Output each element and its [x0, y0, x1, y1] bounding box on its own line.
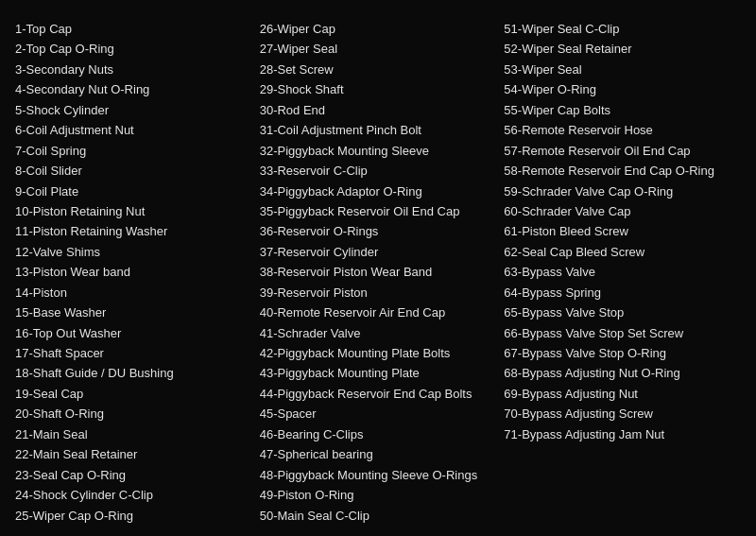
list-item: 58-Remote Reservoir End Cap O-Ring	[504, 161, 741, 181]
list-item: 29-Shock Shaft	[260, 79, 497, 99]
list-item: 62-Seal Cap Bleed Screw	[504, 242, 741, 262]
list-item: 7-Coil Spring	[15, 141, 252, 161]
list-item: 31-Coil Adjustment Pinch Bolt	[260, 120, 497, 140]
list-item: 16-Top Out Washer	[15, 323, 252, 343]
list-item: 54-Wiper O-Ring	[504, 79, 741, 99]
list-item: 1-Top Cap	[15, 19, 252, 39]
list-item: 17-Shaft Spacer	[15, 343, 252, 363]
list-item: 27-Wiper Seal	[260, 39, 497, 59]
list-item: 63-Bypass Valve	[504, 262, 741, 282]
list-item: 49-Piston O-Ring	[260, 485, 497, 505]
list-item: 14-Piston	[15, 283, 252, 303]
list-item: 65-Bypass Valve Stop	[504, 303, 741, 322]
list-item: 9-Coil Plate	[15, 182, 252, 201]
parts-list: 1-Top Cap2-Top Cap O-Ring3-Secondary Nut…	[15, 19, 741, 526]
list-item: 68-Bypass Adjusting Nut O-Ring	[504, 363, 741, 383]
list-item: 13-Piston Wear band	[15, 262, 252, 282]
list-item: 28-Set Screw	[260, 60, 497, 79]
list-item: 34-Piggyback Adaptor O-Ring	[260, 182, 497, 201]
list-item: 43-Piggyback Mounting Plate	[260, 363, 497, 383]
list-item: 71-Bypass Adjusting Jam Nut	[504, 424, 741, 444]
list-item: 57-Remote Reservoir Oil End Cap	[504, 141, 741, 161]
list-item: 23-Seal Cap O-Ring	[15, 465, 252, 485]
list-item: 15-Base Washer	[15, 303, 252, 322]
list-item: 18-Shaft Guide / DU Bushing	[15, 363, 252, 383]
list-item: 12-Valve Shims	[15, 242, 252, 262]
list-item: 46-Bearing C-Clips	[260, 424, 497, 444]
list-item: 47-Spherical bearing	[260, 444, 497, 464]
list-item: 37-Reservoir Cylinder	[260, 242, 497, 262]
list-item: 32-Piggyback Mounting Sleeve	[260, 141, 497, 161]
list-item: 8-Coil Slider	[15, 161, 252, 181]
list-item: 55-Wiper Cap Bolts	[504, 100, 741, 120]
list-item: 11-Piston Retaining Washer	[15, 221, 252, 241]
list-item: 26-Wiper Cap	[260, 19, 497, 39]
list-item: 4-Secondary Nut O-Ring	[15, 79, 252, 99]
list-item: 20-Shaft O-Ring	[15, 404, 252, 424]
list-item: 3-Secondary Nuts	[15, 60, 252, 79]
list-item: 41-Schrader Valve	[260, 323, 497, 343]
list-item: 24-Shock Cylinder C-Clip	[15, 485, 252, 505]
list-item: 51-Wiper Seal C-Clip	[504, 19, 741, 39]
list-item: 64-Bypass Spring	[504, 283, 741, 303]
list-item: 59-Schrader Valve Cap O-Ring	[504, 182, 741, 201]
list-item: 70-Bypass Adjusting Screw	[504, 404, 741, 424]
column-2: 26-Wiper Cap27-Wiper Seal28-Set Screw29-…	[260, 19, 505, 526]
list-item: 19-Seal Cap	[15, 384, 252, 404]
list-item: 22-Main Seal Retainer	[15, 444, 252, 464]
column-1: 1-Top Cap2-Top Cap O-Ring3-Secondary Nut…	[15, 19, 260, 526]
list-item: 6-Coil Adjustment Nut	[15, 120, 252, 140]
list-item: 61-Piston Bleed Screw	[504, 221, 741, 241]
list-item: 52-Wiper Seal Retainer	[504, 39, 741, 59]
list-item: 39-Reservoir Piston	[260, 283, 497, 303]
list-item: 35-Piggyback Reservoir Oil End Cap	[260, 201, 497, 221]
list-item: 42-Piggyback Mounting Plate Bolts	[260, 343, 497, 363]
list-item: 36-Reservoir O-Rings	[260, 221, 497, 241]
list-item: 25-Wiper Cap O-Ring	[15, 506, 252, 526]
column-3: 51-Wiper Seal C-Clip52-Wiper Seal Retain…	[504, 19, 741, 526]
list-item: 60-Schrader Valve Cap	[504, 201, 741, 221]
list-item: 53-Wiper Seal	[504, 60, 741, 79]
list-item: 66-Bypass Valve Stop Set Screw	[504, 323, 741, 343]
list-item: 69-Bypass Adjusting Nut	[504, 384, 741, 404]
list-item: 33-Reservoir C-Clip	[260, 161, 497, 181]
list-item: 48-Piggyback Mounting Sleeve O-Rings	[260, 465, 497, 485]
list-item: 21-Main Seal	[15, 424, 252, 444]
list-item: 40-Remote Reservoir Air End Cap	[260, 303, 497, 322]
list-item: 67-Bypass Valve Stop O-Ring	[504, 343, 741, 363]
list-item: 5-Shock Cylinder	[15, 100, 252, 120]
list-item: 30-Rod End	[260, 100, 497, 120]
list-item: 50-Main Seal C-Clip	[260, 506, 497, 526]
list-item: 10-Piston Retaining Nut	[15, 201, 252, 221]
list-item: 45-Spacer	[260, 404, 497, 424]
list-item: 2-Top Cap O-Ring	[15, 39, 252, 59]
list-item: 56-Remote Reservoir Hose	[504, 120, 741, 140]
list-item: 44-Piggyback Reservoir End Cap Bolts	[260, 384, 497, 404]
list-item: 38-Reservoir Piston Wear Band	[260, 262, 497, 282]
